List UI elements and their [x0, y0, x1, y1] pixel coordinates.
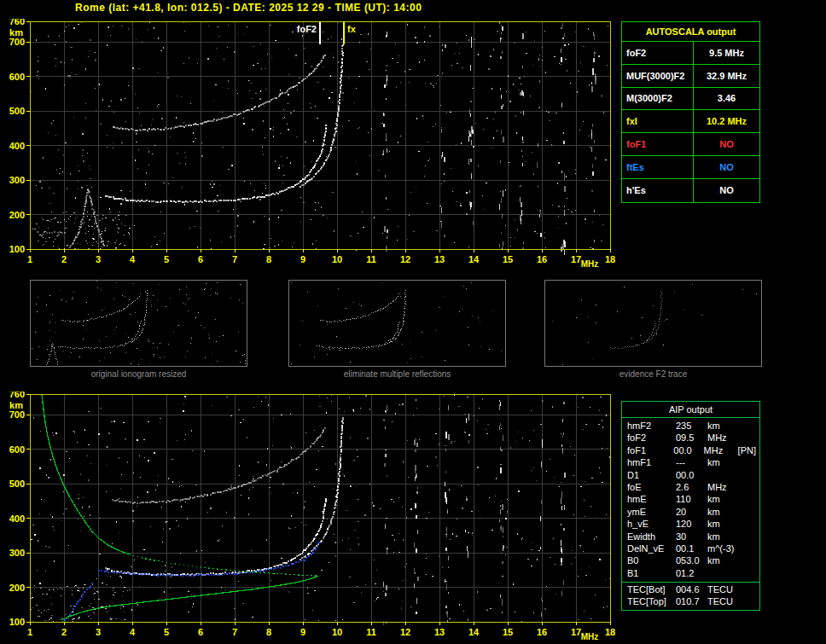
autoscala-row: ftEsNO [622, 156, 759, 179]
aip-parameter-extra [743, 506, 759, 518]
svg-text:300: 300 [9, 548, 25, 558]
aip-parameter-unit: MHz [707, 481, 743, 493]
svg-text:400: 400 [9, 141, 25, 151]
svg-text:9: 9 [300, 627, 305, 637]
svg-text:MHz: MHz [581, 632, 599, 641]
grid-lines [30, 394, 610, 622]
svg-text:9: 9 [300, 254, 305, 264]
aip-parameter-label: hmF1 [627, 456, 676, 468]
aip-parameter-value: 09.5 [676, 432, 707, 444]
aip-parameter-label: foE [627, 481, 676, 493]
aip-parameter-value: 00.0 [676, 469, 707, 481]
aip-parameter-unit [707, 469, 743, 481]
aip-parameter-label: hmF2 [627, 420, 676, 432]
aip-parameter-value: 004.6 [676, 583, 707, 595]
trace-series-0 [105, 125, 327, 203]
trace-series-7 [61, 576, 318, 620]
aip-parameter-unit: km [707, 531, 743, 542]
parameter-label: fxI [622, 110, 694, 132]
aip-parameter-extra [743, 583, 759, 595]
svg-text:foF2: foF2 [297, 24, 317, 34]
svg-text:13: 13 [434, 627, 445, 637]
aip-parameter-extra [743, 432, 759, 444]
parameter-value: NO [694, 185, 759, 195]
svg-text:8: 8 [266, 627, 271, 637]
background-noise [31, 394, 610, 624]
trace-series-3 [69, 189, 105, 249]
aip-parameter-label: foF1 [627, 444, 673, 456]
aip-parameter-extra [743, 420, 759, 432]
aip-row: hmE110km [622, 493, 759, 505]
thumbnail-evidence-canvas [545, 281, 761, 366]
svg-text:500: 500 [9, 106, 25, 116]
svg-text:km: km [9, 27, 23, 38]
svg-text:10: 10 [332, 627, 342, 637]
station-date-time-title: Rome (lat: +41.8, lon: 012.5) - DATE: 20… [75, 2, 422, 14]
aip-row: B101.2 [622, 567, 759, 579]
aip-parameter-unit: km [707, 456, 743, 468]
autoscala-row: M(3000)F23.46 [622, 88, 759, 111]
parameter-label: ftEs [622, 156, 694, 178]
aip-row: TEC[Top]010.7TECU [622, 595, 759, 607]
aip-parameter-extra [743, 518, 759, 530]
autoscala-row: foF1NO [622, 133, 759, 156]
svg-text:100: 100 [9, 617, 25, 627]
svg-text:12: 12 [400, 627, 410, 637]
svg-text:MHz: MHz [581, 259, 599, 269]
aip-parameter-unit: TECU [707, 595, 743, 607]
trace-series-5 [42, 395, 129, 554]
svg-text:400: 400 [9, 513, 25, 524]
autoscala-panel-header: AUTOSCALA output [622, 22, 759, 42]
svg-text:6: 6 [198, 254, 203, 264]
aip-parameter-unit: km [707, 420, 743, 432]
thumbnail-caption-original: original ionogram resized [30, 369, 247, 379]
aip-parameter-extra [743, 542, 759, 554]
aip-output-panel: AIP output hmF2235kmfoF209.5MHzfoF100.0M… [621, 401, 760, 611]
parameter-value: NO [694, 162, 759, 172]
parameter-label: MUF(3000)F2 [622, 65, 694, 87]
svg-text:16: 16 [537, 254, 547, 264]
svg-text:4: 4 [130, 627, 136, 637]
aip-row: hmF2235km [622, 420, 759, 432]
thumbnail-caption-eliminate: eliminate multiple reflections [288, 369, 506, 379]
svg-text:14: 14 [468, 627, 480, 637]
aip-parameter-value: 010.7 [676, 595, 707, 607]
thumbnail-eliminate-canvas [289, 281, 505, 366]
axis-labels: 100200300400500600700760km12345678910111… [9, 392, 615, 641]
aip-parameter-label: foF2 [627, 432, 676, 444]
svg-text:13: 13 [434, 254, 445, 264]
parameter-label: foF1 [622, 133, 694, 155]
aip-row: D100.0 [622, 469, 759, 481]
aip-tec-rows: TEC[Bot]004.6TECUTEC[Top]010.7TECU [622, 582, 759, 608]
svg-text:10: 10 [332, 254, 342, 264]
svg-text:2: 2 [61, 254, 67, 264]
aip-parameter-value: 01.2 [676, 567, 707, 579]
bottom-ionogram-profile-plot: 100200300400500600700760km12345678910111… [0, 392, 619, 644]
aip-row: DelN_vE00.1m^(-3) [622, 542, 759, 554]
parameter-value: NO [694, 139, 759, 149]
aip-parameter-unit: km [707, 506, 743, 518]
autoscala-row: MUF(3000)F232.9 MHz [622, 65, 759, 88]
parameter-label: h'Es [622, 179, 694, 202]
marker-fx: fx [344, 22, 357, 44]
background-noise [31, 21, 608, 255]
svg-text:11: 11 [366, 627, 376, 637]
aip-row: Ewidth30km [622, 531, 759, 542]
svg-text:760: 760 [9, 19, 25, 26]
aip-parameter-value: --- [676, 456, 707, 468]
svg-text:500: 500 [9, 479, 25, 489]
svg-text:700: 700 [9, 409, 25, 420]
aip-row: h_vE120km [622, 518, 759, 530]
aip-parameter-extra [743, 567, 759, 579]
axis-labels: 100200300400500600700760km12345678910111… [9, 19, 615, 269]
thumbnail-original-canvas [31, 281, 247, 366]
aip-parameter-unit: TECU [707, 583, 743, 595]
svg-text:1: 1 [27, 627, 32, 637]
thumbnail-evidence-f2 [544, 280, 762, 367]
aip-parameter-value: 053.0 [676, 554, 707, 566]
svg-text:18: 18 [605, 254, 615, 264]
parameter-value: 3.46 [694, 93, 759, 103]
trace-series-4 [62, 583, 94, 623]
svg-text:4: 4 [130, 254, 136, 264]
aip-parameter-value: 00.0 [673, 444, 703, 456]
